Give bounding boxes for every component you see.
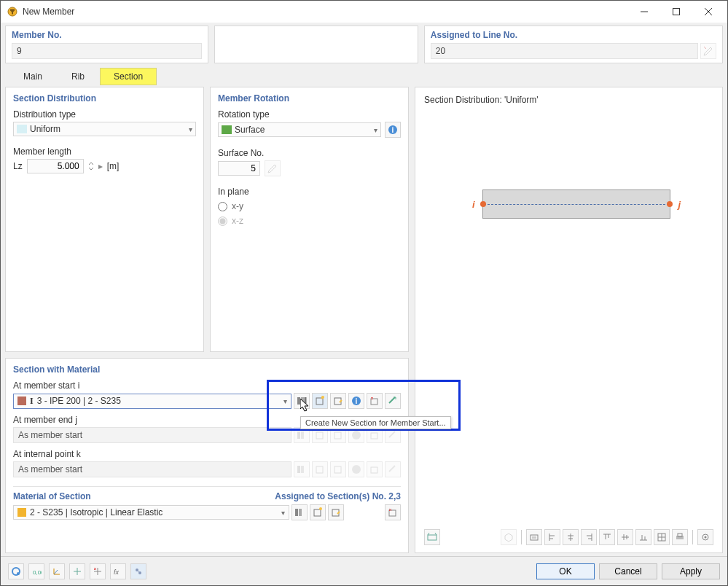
svg-rect-22 [334,466,341,473]
svg-text:i: i [392,126,394,134]
window-title: New Member [23,7,628,17]
app-icon [7,6,18,17]
play-icon[interactable]: ▸ [98,161,103,171]
local-axes-button[interactable] [69,563,85,579]
align-top-button[interactable] [599,529,615,545]
align-left-button[interactable] [544,529,560,545]
ok-button[interactable]: OK [536,563,595,579]
svg-rect-20 [301,466,304,473]
new-material-button[interactable] [310,504,326,520]
delete-section-button[interactable] [367,393,383,409]
view-iso-button[interactable] [501,529,517,545]
svg-rect-19 [297,466,300,473]
info-button[interactable]: i [385,122,401,138]
delete-material-button[interactable] [385,504,401,520]
svg-rect-16 [334,432,341,439]
svg-rect-30 [389,510,396,516]
member-no-box: Member No. [5,26,208,63]
assigned-line-input[interactable] [431,43,698,59]
content-area: Member No. Assigned to Line No. Main Rib… [1,23,727,556]
rotation-type-value: Surface [235,125,374,135]
pick-section-button-k [385,461,401,477]
section-distribution-title: Section Distribution [13,93,196,103]
distribution-type-select[interactable]: Uniform ▾ [13,122,196,136]
svg-point-40 [17,572,20,575]
plane-xy-radio[interactable] [218,202,227,211]
lz-label: Lz [13,161,23,171]
svg-rect-21 [316,466,323,473]
delete-footer-button[interactable] [90,563,106,579]
show-values-button[interactable] [424,529,440,545]
print-button[interactable] [672,529,688,545]
material-swatch [17,508,26,517]
render-button[interactable] [526,529,542,545]
close-button[interactable] [692,1,724,22]
material-select[interactable]: 2 - S235 | Isotropic | Linear Elastic ▾ [13,505,289,520]
svg-text:0,00: 0,00 [33,569,42,576]
svg-rect-13 [297,431,300,439]
info-section-button[interactable]: i [348,393,364,409]
beam-axis [484,204,669,205]
axes-button[interactable] [49,563,65,579]
surface-no-input[interactable] [218,161,260,176]
tab-section[interactable]: Section [100,68,157,85]
grid-button[interactable] [654,529,670,545]
svg-rect-4 [297,397,300,405]
member-start-select[interactable]: I 3 - IPE 200 | 2 - S235 ▾ [13,394,291,409]
label-i: i [472,199,475,210]
new-section-button[interactable] [312,393,328,409]
settings-preview-button[interactable] [697,529,713,545]
pick-surface-button[interactable] [265,160,281,176]
align-center-button[interactable] [563,529,579,545]
pick-section-button[interactable] [385,393,401,409]
preview-toolbar [424,524,713,545]
svg-rect-25 [295,509,298,516]
cancel-button[interactable]: Cancel [599,563,657,579]
minimize-button[interactable] [628,1,660,22]
internal-point-value: As member start [13,461,291,477]
delete-section-button-k [367,461,383,477]
edit-section-button[interactable] [330,393,346,409]
material-library-button[interactable] [291,504,308,520]
svg-rect-14 [301,431,304,439]
fx-button[interactable]: fx [110,563,126,579]
library-button[interactable] [294,393,310,409]
tab-rib[interactable]: Rib [58,68,98,85]
internal-point-label: At internal point k [13,449,401,459]
node-j [667,201,673,207]
align-bottom-button[interactable] [635,529,651,545]
new-section-button-end [312,427,328,443]
member-start-label: At member start i [13,380,401,391]
assigned-line-label: Assigned to Line No. [431,30,716,40]
tab-main[interactable]: Main [9,68,56,85]
label-j: j [678,199,681,210]
section-distribution-panel: Section Distribution Distribution type U… [5,87,204,352]
member-length-input[interactable] [27,159,84,173]
new-section-button-k [312,461,328,477]
svg-rect-6 [305,397,307,405]
align-middle-button[interactable] [617,529,633,545]
member-no-input[interactable] [12,43,202,59]
svg-point-8 [321,396,324,399]
in-plane-label: In plane [218,187,401,197]
maximize-button[interactable] [660,1,692,22]
units-button[interactable]: 0,00 [28,563,44,579]
svg-text:fx: fx [114,569,120,576]
delete-section-button-end [367,427,383,443]
align-right-button[interactable] [581,529,597,545]
plane-xz-radio [218,216,227,226]
chevron-down-icon: ▾ [281,509,285,517]
spinner-icon[interactable] [88,162,94,171]
distribution-type-label: Distribution type [13,109,196,120]
svg-point-28 [319,507,322,510]
svg-rect-12 [371,399,377,405]
apply-button[interactable]: Apply [662,563,720,579]
show-all-button[interactable] [130,563,146,579]
help-button[interactable] [8,563,24,579]
member-rotation-panel: Member Rotation Rotation type Surface ▾ … [210,87,409,352]
rotation-type-select[interactable]: Surface ▾ [218,122,381,137]
surface-no-label: Surface No. [218,148,401,158]
pick-line-button[interactable] [700,43,716,59]
svg-point-23 [352,465,361,474]
edit-material-button[interactable] [328,504,344,520]
